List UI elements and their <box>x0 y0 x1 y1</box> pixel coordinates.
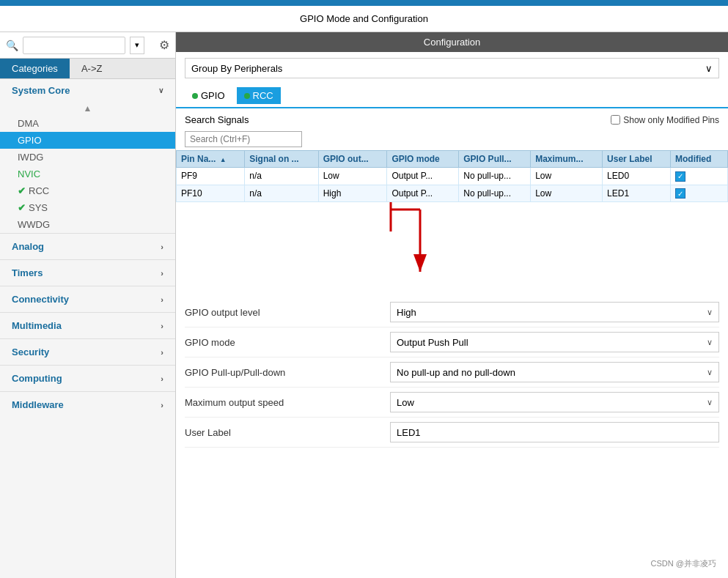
sidebar-item-nvic[interactable]: NVIC <box>0 166 175 182</box>
sidebar-item-sys[interactable]: ✔ SYS <box>0 199 175 216</box>
output-level-value: High <box>397 307 416 318</box>
system-core-label: System Core <box>12 85 70 96</box>
nav-computing[interactable]: Computing › <box>0 365 175 391</box>
rcc-check-icon: ✔ <box>18 185 26 196</box>
dma-label: DMA <box>18 118 39 129</box>
search-icon: 🔍 <box>6 40 18 51</box>
user-label-label: User Label <box>185 427 390 438</box>
th-gpio-mode[interactable]: GPIO mode <box>387 151 459 168</box>
pullupdown-label: GPIO Pull-up/Pull-down <box>185 367 390 378</box>
sidebar-item-iwdg[interactable]: IWDG <box>0 149 175 166</box>
cell-pf10-modified: ✓ <box>671 185 728 202</box>
gpio-dot <box>192 93 198 99</box>
group-by-row: Group By Peripherals ∨ <box>176 52 728 84</box>
timers-label: Timers <box>12 267 43 278</box>
security-chevron: › <box>161 348 163 357</box>
content-area: Configuration Group By Peripherals ∨ GPI… <box>176 32 728 578</box>
pullupdown-dropdown[interactable]: No pull-up and no pull-down ∨ <box>390 362 719 382</box>
nav-connectivity[interactable]: Connectivity › <box>0 286 175 312</box>
gear-icon[interactable]: ⚙ <box>159 38 169 52</box>
pullupdown-value: No pull-up and no pull-down <box>397 367 515 378</box>
middleware-label: Middleware <box>12 399 64 410</box>
config-row-output-level: GPIO output level High ∨ <box>185 297 719 327</box>
middleware-chevron: › <box>161 401 163 410</box>
connectivity-label: Connectivity <box>12 294 69 305</box>
multimedia-label: Multimedia <box>12 320 62 331</box>
user-label-dropdown[interactable]: LED1 <box>390 422 719 442</box>
timers-chevron: › <box>161 269 163 278</box>
th-modified[interactable]: Modified <box>671 151 728 168</box>
config-header-label: Configuration <box>424 37 480 48</box>
gpio-mode-arrow: ∨ <box>707 338 713 347</box>
th-gpio-output[interactable]: GPIO out... <box>318 151 387 168</box>
gpio-mode-label: GPIO mode <box>185 337 390 348</box>
sys-check-icon: ✔ <box>18 202 26 213</box>
table-row: PF9 n/a Low Output P... No pull-up... Lo… <box>177 168 728 185</box>
cell-pf9-mode: Output P... <box>387 168 459 185</box>
sidebar-item-dma[interactable]: DMA <box>0 115 175 132</box>
output-level-dropdown[interactable]: High ∨ <box>390 302 719 322</box>
th-maximum[interactable]: Maximum... <box>531 151 603 168</box>
security-label: Security <box>12 347 49 357</box>
th-pin-name[interactable]: Pin Na... ▲ <box>177 151 245 168</box>
multimedia-chevron: › <box>161 322 163 330</box>
cell-pf10-output: High <box>318 185 387 202</box>
gpio-mode-dropdown[interactable]: Output Push Pull ∨ <box>390 332 719 352</box>
sys-label: SYS <box>29 202 48 213</box>
max-speed-arrow: ∨ <box>707 398 713 407</box>
nav-timers[interactable]: Timers › <box>0 259 175 286</box>
group-by-select[interactable]: Group By Peripherals ∨ <box>185 58 719 78</box>
watermark: CSDN @并非凌巧 <box>651 558 716 569</box>
th-user-label[interactable]: User Label <box>603 151 671 168</box>
config-row-pullupdown: GPIO Pull-up/Pull-down No pull-up and no… <box>185 357 719 388</box>
tab-a-z[interactable]: A->Z <box>70 59 114 78</box>
nav-analog[interactable]: Analog › <box>0 233 175 259</box>
nav-multimedia[interactable]: Multimedia › <box>0 312 175 338</box>
nvic-label: NVIC <box>18 168 40 179</box>
rcc-dot <box>244 93 250 99</box>
group-by-label: Group By Peripherals <box>191 63 282 74</box>
system-core-header[interactable]: System Core ∨ <box>0 79 175 102</box>
cell-pf9-max: Low <box>531 168 603 185</box>
max-speed-dropdown[interactable]: Low ∨ <box>390 392 719 412</box>
th-signal-on[interactable]: Signal on ... <box>245 151 318 168</box>
signals-search-input[interactable] <box>185 131 302 147</box>
search-signals-label: Search Signals <box>185 114 249 125</box>
sidebar-item-rcc[interactable]: ✔ RCC <box>0 182 175 199</box>
main-layout: 🔍 ▾ ⚙ Categories A->Z System Core ∨ ▲ DM… <box>0 32 728 578</box>
gpio-mode-value: Output Push Pull <box>397 337 468 348</box>
sidebar-item-wwdg[interactable]: WWDG <box>0 216 175 233</box>
pullupdown-arrow: ∨ <box>707 368 713 377</box>
arrow-area <box>176 202 728 297</box>
cell-pf10-label: LED1 <box>603 185 671 202</box>
search-input[interactable] <box>23 37 125 54</box>
sub-items: DMA GPIO IWDG NVIC ✔ RCC ✔ SYS WWDG <box>0 115 175 233</box>
tab-categories[interactable]: Categories <box>0 59 70 78</box>
show-modified-row: Show only Modified Pins <box>611 115 719 125</box>
tab-rcc[interactable]: RCC <box>237 87 281 104</box>
cell-pf10-signal: n/a <box>245 185 318 202</box>
pins-table: Pin Na... ▲ Signal on ... GPIO out... GP… <box>176 150 728 202</box>
max-speed-value: Low <box>397 397 414 408</box>
search-dropdown-button[interactable]: ▾ <box>130 37 144 54</box>
search-bar: 🔍 ▾ ⚙ <box>0 32 175 59</box>
sidebar-item-gpio[interactable]: GPIO <box>0 132 175 149</box>
user-label-value: LED1 <box>397 427 421 438</box>
system-core-chevron: ∨ <box>158 86 163 95</box>
cell-pf10-pull: No pull-up... <box>459 185 531 202</box>
rcc-label: RCC <box>29 185 49 196</box>
red-arrow-svg <box>376 202 464 290</box>
max-speed-label: Maximum output speed <box>185 397 390 408</box>
th-gpio-pull[interactable]: GPIO Pull... <box>459 151 531 168</box>
show-modified-checkbox[interactable] <box>611 115 620 125</box>
nav-security[interactable]: Security › <box>0 338 175 365</box>
cell-pf9-label: LED0 <box>603 168 671 185</box>
nav-middleware[interactable]: Middleware › <box>0 391 175 418</box>
output-level-arrow: ∨ <box>707 308 713 317</box>
top-bar <box>0 0 728 6</box>
group-by-arrow: ∨ <box>705 63 713 74</box>
cell-pf10-mode: Output P... <box>387 185 459 202</box>
gpio-rcc-tabs: GPIO RCC <box>176 84 728 108</box>
tab-gpio[interactable]: GPIO <box>185 87 232 104</box>
gpio-config-section: GPIO output level High ∨ GPIO mode Outpu… <box>176 297 728 448</box>
